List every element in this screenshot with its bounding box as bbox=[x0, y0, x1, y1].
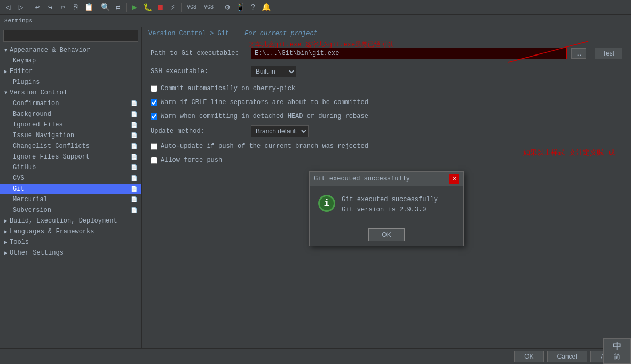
page-icon: 📄 bbox=[131, 196, 137, 203]
sidebar-item-issue-navigation[interactable]: Issue Navigation 📄 bbox=[0, 130, 141, 141]
git-path-label: Path to Git executable: bbox=[151, 50, 247, 57]
sidebar-item-label: Keymap bbox=[13, 57, 36, 65]
update-method-dropdown[interactable]: Branch default Merge Rebase bbox=[251, 125, 309, 137]
sidebar-item-label: Ignored Files bbox=[13, 121, 63, 129]
git-path-input[interactable] bbox=[251, 48, 567, 59]
sidebar-item-editor[interactable]: ▶ Editor bbox=[0, 66, 141, 77]
sidebar-item-keymap[interactable]: Keymap bbox=[0, 56, 141, 66]
page-icon: 📄 bbox=[131, 111, 137, 117]
lang-badge[interactable]: 中 简 bbox=[603, 338, 631, 364]
sidebar-item-appearance-behavior[interactable]: ▼ Appearance & Behavior bbox=[0, 45, 141, 56]
expand-arrow: ▶ bbox=[4, 68, 7, 75]
forward-icon[interactable]: ▷ bbox=[15, 2, 27, 13]
sidebar-item-git[interactable]: Git 📄 bbox=[0, 184, 141, 194]
page-icon: 📄 bbox=[131, 154, 137, 160]
settings-form: 才车儿么git.exe 这字儿\git.exe虽然已经可以 Path to Gi… bbox=[142, 41, 631, 176]
checkbox-detached-input[interactable] bbox=[151, 113, 157, 120]
checkbox-detached-label: Warn when committing in detached HEAD or… bbox=[161, 113, 368, 120]
stop-icon[interactable]: ⏹ bbox=[154, 2, 166, 13]
checkbox-crlf: Warn if CRLF line separators are about t… bbox=[151, 98, 622, 107]
expand-arrow: ▶ bbox=[4, 218, 7, 224]
sidebar-item-plugins[interactable]: Plugins bbox=[0, 77, 141, 88]
main-layout: ▼ Appearance & Behavior Keymap ▶ Editor … bbox=[0, 27, 631, 359]
page-icon: 📄 bbox=[131, 132, 137, 139]
sidebar-item-ignored-files[interactable]: Ignored Files 📄 bbox=[0, 120, 141, 130]
page-icon: 📄 bbox=[131, 175, 137, 181]
sidebar-item-label: Languages & Frameworks bbox=[10, 228, 94, 235]
run-icon[interactable]: ▶ bbox=[129, 2, 140, 13]
redo-icon[interactable]: ↪ bbox=[44, 2, 56, 13]
sidebar-item-github[interactable]: GitHub 📄 bbox=[0, 162, 141, 173]
sidebar-item-mercurial[interactable]: Mercurial 📄 bbox=[0, 194, 141, 205]
dialog-titlebar: Git executed successfully ✕ bbox=[310, 172, 463, 186]
checkbox-crlf-input[interactable] bbox=[151, 99, 157, 106]
success-dialog[interactable]: Git executed successfully ✕ i Git execut… bbox=[309, 171, 464, 246]
checkbox-cherry-pick-input[interactable] bbox=[151, 85, 157, 92]
dialog-ok-button[interactable]: OK bbox=[368, 228, 404, 241]
browse-button[interactable]: ... bbox=[571, 48, 586, 59]
sidebar: ▼ Appearance & Behavior Keymap ▶ Editor … bbox=[0, 27, 142, 359]
page-icon: 📄 bbox=[131, 122, 137, 128]
sidebar-item-changelist-conflicts[interactable]: Changelist Conflicts 📄 bbox=[0, 141, 141, 152]
search-icon[interactable]: 🔍 bbox=[99, 2, 111, 13]
expand-arrow: ▶ bbox=[4, 239, 7, 246]
sidebar-item-tools[interactable]: ▶ Tools bbox=[0, 237, 141, 248]
dialog-close-button[interactable]: ✕ bbox=[449, 174, 459, 184]
search-input[interactable] bbox=[3, 30, 138, 42]
cut-icon[interactable]: ✂ bbox=[57, 2, 69, 13]
ssh-label: SSH executable: bbox=[151, 68, 247, 75]
test-button[interactable]: Test bbox=[595, 48, 622, 59]
dialog-message-line1: Git executed successfully bbox=[342, 195, 438, 205]
sidebar-item-build-execution[interactable]: ▶ Build, Execution, Deployment bbox=[0, 216, 141, 226]
breadcrumb-path: Version Control > Git bbox=[148, 30, 229, 37]
info-icon: i bbox=[318, 195, 335, 212]
window-title: Settings bbox=[4, 18, 33, 24]
breadcrumb: Version Control > Git For current projec… bbox=[142, 27, 631, 41]
dialog-message: Git executed successfully Git version is… bbox=[342, 195, 438, 215]
help-icon[interactable]: ? bbox=[247, 2, 259, 13]
sidebar-item-label: Issue Navigation bbox=[13, 132, 74, 139]
undo-icon[interactable]: ↩ bbox=[31, 2, 43, 13]
sidebar-item-confirmation[interactable]: Confirmation 📄 bbox=[0, 98, 141, 109]
vcs2-icon[interactable]: VCS bbox=[201, 2, 217, 13]
checkbox-force-push-label: Allow force push bbox=[161, 156, 222, 164]
toolbar: ◁ ▷ ↩ ↪ ✂ ⎘ 📋 🔍 ⇄ ▶ 🐛 ⏹ ⚡ VCS VCS ⚙ 📱 ? … bbox=[0, 0, 631, 15]
paste-icon[interactable]: 📋 bbox=[83, 2, 94, 13]
checkbox-autoupdate-input[interactable] bbox=[151, 143, 157, 150]
sidebar-item-label: GitHub bbox=[13, 164, 36, 171]
ssh-dropdown[interactable]: Built-in OpenSSH bbox=[251, 66, 296, 77]
content-area: Version Control > Git For current projec… bbox=[142, 27, 631, 359]
expand-arrow: ▶ bbox=[4, 228, 7, 235]
sdk-icon[interactable]: 📱 bbox=[234, 2, 246, 13]
back-icon[interactable]: ◁ bbox=[2, 2, 14, 13]
bottom-bar: OK Cancel Apply 中 简 bbox=[0, 348, 631, 364]
vcs-icon[interactable]: VCS bbox=[184, 2, 200, 13]
sidebar-item-cvs[interactable]: CVS 📄 bbox=[0, 173, 141, 184]
checkbox-force-push: Allow force push bbox=[151, 155, 622, 165]
sidebar-item-version-control[interactable]: ▼ Version Control bbox=[0, 88, 141, 98]
ok-button[interactable]: OK bbox=[514, 351, 543, 362]
sidebar-item-label: Editor bbox=[10, 68, 33, 75]
sidebar-item-languages-frameworks[interactable]: ▶ Languages & Frameworks bbox=[0, 226, 141, 237]
checkbox-force-push-input[interactable] bbox=[151, 157, 157, 164]
sidebar-item-label: Appearance & Behavior bbox=[10, 46, 90, 54]
sidebar-item-label: Version Control bbox=[10, 89, 67, 97]
sidebar-item-background[interactable]: Background 📄 bbox=[0, 109, 141, 120]
sidebar-item-label: Build, Execution, Deployment bbox=[10, 217, 117, 225]
cancel-button[interactable]: Cancel bbox=[547, 351, 587, 362]
sidebar-item-other-settings[interactable]: ▶ Other Settings bbox=[0, 248, 141, 258]
lang-line1: 中 bbox=[613, 341, 621, 352]
sidebar-item-subversion[interactable]: Subversion 📄 bbox=[0, 205, 141, 216]
checkbox-detached: Warn when committing in detached HEAD or… bbox=[151, 112, 622, 121]
debug-icon[interactable]: 🐛 bbox=[141, 2, 153, 13]
notification-icon[interactable]: 🔔 bbox=[260, 2, 272, 13]
copy-icon[interactable]: ⎘ bbox=[70, 2, 82, 13]
expand-arrow: ▼ bbox=[4, 48, 7, 53]
replace-icon[interactable]: ⇄ bbox=[112, 2, 124, 13]
build-icon[interactable]: ⚡ bbox=[167, 2, 179, 13]
lang-line2: 简 bbox=[614, 352, 620, 361]
settings-icon[interactable]: ⚙ bbox=[222, 2, 233, 13]
sidebar-item-label: CVS bbox=[13, 175, 25, 182]
sidebar-item-ignore-files-support[interactable]: Ignore Files Support 📄 bbox=[0, 152, 141, 162]
sidebar-item-label: Subversion bbox=[13, 207, 51, 214]
